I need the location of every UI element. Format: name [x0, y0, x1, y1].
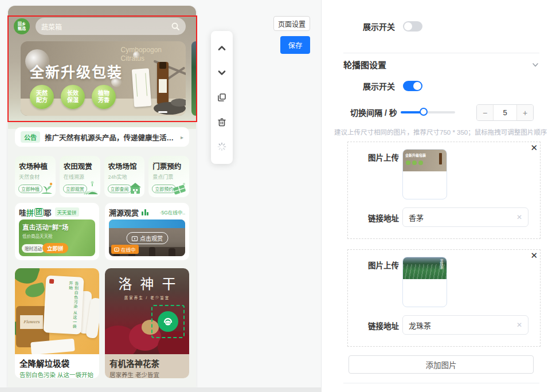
link-address-field[interactable] [409, 213, 513, 222]
product-bottle-image [157, 62, 169, 104]
join-group-button[interactable]: 立即拼 [42, 243, 68, 253]
page-settings-button[interactable]: 页面设置 [273, 16, 310, 31]
product-title: 有机洛神花茶 [109, 357, 185, 369]
display-switch-toggle-off[interactable] [403, 21, 422, 32]
duplicate-button[interactable] [216, 91, 228, 104]
watch-live-label: 点击观赏 [140, 234, 163, 242]
badge-aroma: 植物芳香 [92, 85, 116, 109]
chevron-down-icon[interactable] [531, 61, 539, 69]
basket-brand-label: Flowers [20, 315, 43, 329]
tv-play-icon [131, 236, 138, 241]
search-input[interactable]: 蔬菜箱 [36, 18, 186, 35]
carousel-section-header[interactable]: 轮播图设置 [343, 58, 539, 70]
sprout-icon [39, 181, 54, 195]
close-icon[interactable]: ✕ [530, 250, 538, 261]
link-address-field[interactable] [409, 321, 513, 330]
storefront-awning [109, 219, 185, 228]
link-address-input[interactable]: ✕ [402, 207, 528, 227]
watch-live-button[interactable]: 点击观赏 [126, 232, 168, 244]
carousel-banner[interactable]: Cymbopogon Citratus 全新升级包装 天然配方 [21, 41, 186, 116]
group-image-subtitle: 低价商品天天抢 [22, 233, 53, 239]
loading-button[interactable] [216, 140, 228, 153]
chevron-right-icon: ▸ [181, 134, 183, 140]
announcement-badge: 公告 [21, 131, 40, 143]
badge-natural: 天然配方 [30, 85, 54, 109]
stepper-plus-button[interactable]: + [516, 105, 533, 120]
display-switch-toggle-on[interactable] [403, 81, 422, 91]
group-buy-image[interactable]: 直击活动“鲜”场 低价商品天天抢 限时活动 立即拼 [19, 219, 95, 256]
category-card-ticket-booking[interactable]: 门票预约 景点门票 立即预约 [148, 156, 189, 197]
display-switch-label: 展示开关 [363, 21, 395, 32]
promo-row: 哇 拼 团 耶 天天爱拼 直击活动“鲜”场 低价商品天天抢 限时活动 立即拼 [15, 203, 189, 260]
uploaded-image-thumbnail[interactable]: 全新升级包装 [402, 149, 447, 199]
stepper-minus-button[interactable]: − [477, 105, 494, 120]
upload-hint-text: 建议上传尺寸相同的图片，推荐尺寸750 * 350；鼠标拖拽可调整图片顺序 [334, 127, 547, 136]
product-row: Flowers 告别白色污染 从这一袋开始 全降解垃圾袋 告别白色污染 从这一袋… [15, 268, 189, 378]
store-logo-line1: 回乡 [18, 22, 26, 26]
carousel-section-title: 轮播图设置 [343, 58, 386, 70]
phone-preview: 回乡 甄选 蔬菜箱 Cymbopogon Citratus [8, 6, 196, 387]
roselle-image: 洛神干 居家养生 / 老少皆宜 [105, 268, 189, 354]
move-down-button[interactable] [216, 66, 228, 79]
upload-label: 图片上传 [368, 151, 399, 163]
product-title: 全降解垃圾袋 [19, 357, 95, 369]
close-icon[interactable]: ✕ [530, 143, 538, 153]
stepper-value[interactable]: 5 [494, 105, 516, 120]
carousel-next-slide-peek [191, 41, 196, 116]
category-title: 门票预约 [152, 160, 189, 171]
clear-icon[interactable]: ✕ [516, 321, 522, 329]
upload-label: 图片上传 [368, 259, 399, 271]
customer-service-icon [158, 311, 178, 332]
chevron-up-icon [217, 44, 226, 53]
save-button[interactable]: 保存 [280, 36, 310, 54]
page-display-switch-row: 展示开关 [363, 21, 422, 32]
component-toolbar [211, 31, 233, 164]
interval-slider-knob[interactable] [420, 108, 428, 116]
group-badge: 天天爱拼 [55, 207, 79, 217]
uploaded-image-thumbnail[interactable]: 龙珠茶 [402, 257, 447, 307]
clear-icon[interactable]: ✕ [516, 213, 522, 221]
live-trace-image[interactable]: 点击观赏 在线中 [109, 219, 185, 256]
interval-slider[interactable] [401, 111, 455, 113]
delete-button[interactable] [216, 116, 228, 128]
thumbnail-tea-label: 龙珠茶 [439, 259, 444, 269]
add-image-button[interactable]: 添加图片 [349, 355, 534, 374]
badge-moisture: 长效保湿 [61, 85, 85, 109]
group-title-char: 耶 [44, 207, 52, 218]
category-card-farm-venue[interactable]: 农场场馆 24h实地 立即查阅 [104, 156, 145, 197]
store-logo-line2: 甄选 [18, 26, 26, 31]
section-divider [343, 53, 539, 53]
page-builder: 回乡 甄选 蔬菜箱 Cymbopogon Citratus [0, 0, 552, 392]
live-trace-card[interactable]: 溯源观赏 ·5G在线中.. [105, 203, 189, 260]
workspace-footer-bar [0, 387, 322, 392]
link-address-input[interactable]: ✕ [402, 315, 528, 335]
bag-package: 告别白色污染 从这一袋开始 [43, 275, 84, 334]
category-grid: 农场种植 天然食材 立即种植 农田观赏 在线溯源 立即观赏 [15, 156, 189, 197]
category-card-field-viewing[interactable]: 农田观赏 在线溯源 立即观赏 [60, 156, 100, 197]
tickets-icon [171, 181, 187, 195]
group-buy-card[interactable]: 哇 拼 团 耶 天天爱拼 直击活动“鲜”场 低价商品天天抢 限时活动 立即拼 [15, 203, 99, 260]
store-logo: 回乡 甄选 [14, 18, 30, 34]
move-up-button[interactable] [216, 42, 228, 54]
search-icon [171, 22, 180, 31]
group-image-title: 直击活动“鲜”场 [22, 222, 69, 232]
announcement-bar[interactable]: 公告 推广天然有机源头产品，传递健康生活理… ▸ [15, 127, 189, 147]
online-badge: 在线中 [111, 245, 139, 254]
customer-service-selection[interactable] [151, 305, 185, 338]
category-title: 农田观赏 [64, 160, 100, 171]
category-card-farm-planting[interactable]: 农场种植 天然食材 立即种植 [15, 156, 56, 197]
group-title-char-boxed: 团 [34, 208, 44, 217]
link-label: 链接地址 [368, 212, 399, 224]
carousel-item-card: ✕ 图片上传 全新升级包装 链接地址 ✕ [347, 142, 541, 239]
leaf-decoration [24, 282, 46, 299]
house-icon [128, 181, 143, 195]
announcement-text: 推广天然有机源头产品，传递健康生活理… [45, 132, 176, 143]
category-subtitle: 24h实地 [108, 173, 145, 181]
product-card-roselle-tea[interactable]: 洛神干 居家养生 / 老少皆宜 [105, 268, 189, 378]
live-trace-header: 溯源观赏 ·5G在线中.. [109, 207, 185, 217]
duplicate-icon [217, 93, 226, 102]
group-title-char: 拼 [26, 207, 34, 218]
product-card-trash-bags[interactable]: Flowers 告别白色污染 从这一袋开始 全降解垃圾袋 告别白色污染 从这一袋… [15, 268, 99, 378]
display-switch-label: 展示开关 [363, 80, 395, 92]
banner-latin-line1: Cymbopogon [121, 46, 162, 54]
